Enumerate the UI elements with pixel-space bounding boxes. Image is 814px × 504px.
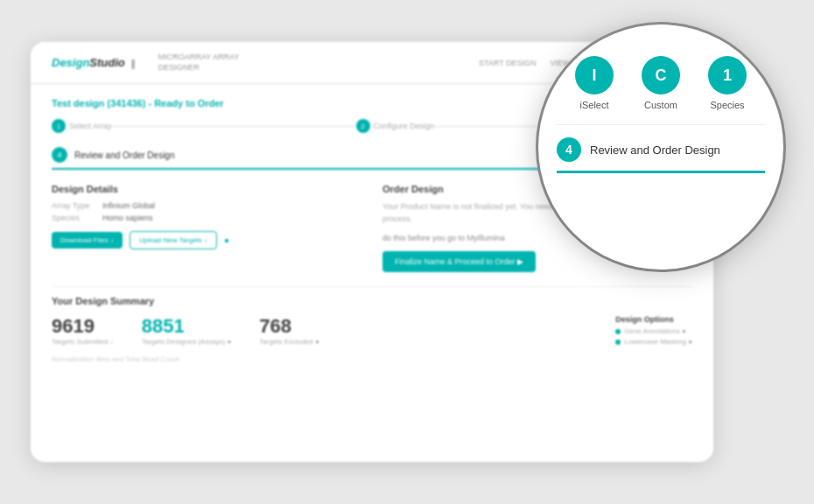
stat-submitted-label: Targets Submitted ↓ xyxy=(52,338,114,346)
stat-submitted: 9619 Targets Submitted ↓ xyxy=(52,315,114,346)
mag-step4-label: Review and Order Design xyxy=(590,144,720,157)
main-container: DesignStudio ▌ MICROARRAY ARRAY DESIGNER… xyxy=(31,24,783,480)
stat-submitted-number: 9619 xyxy=(52,315,114,338)
upload-targets-button[interactable]: Upload New Targets ↓ xyxy=(130,231,217,249)
array-type-label: Array Type xyxy=(52,201,95,210)
species-row: Species Homo sapiens xyxy=(52,214,361,222)
step4-number: 4 xyxy=(52,147,67,163)
magnifier-circle: I iSelect C Custom 1 Species 4 Review an… xyxy=(538,24,783,270)
step-1-circle: 1 xyxy=(52,119,66,133)
array-type-row: Array Type Infinium Global xyxy=(52,201,361,210)
btn-row: Download Files ↓ Upload New Targets ↓ ● xyxy=(52,231,361,249)
app-logo: DesignStudio ▌ xyxy=(52,56,137,69)
breadcrumb: MICROARRAY ARRAY DESIGNER xyxy=(158,52,240,73)
opt-dot-2 xyxy=(615,340,621,345)
summary-section: Your Design Summary 9619 Targets Submitt… xyxy=(52,286,692,363)
mag-step-iselect: I iSelect xyxy=(575,56,614,110)
mag-iselect-circle: I xyxy=(575,56,614,94)
summary-title: Your Design Summary xyxy=(52,296,692,306)
mag-step4-num: 4 xyxy=(557,137,581,162)
nav-start-design[interactable]: START DESIGN xyxy=(479,59,537,67)
mag-step-species: 1 Species xyxy=(708,56,747,110)
design-opt-1: Gene Annotations ● xyxy=(615,327,692,335)
step-2-label: Configure Design xyxy=(374,122,435,130)
mag-species-circle: 1 xyxy=(708,56,747,94)
finalize-button[interactable]: Finalize Name & Proceed to Order ▶ xyxy=(382,251,536,272)
stat-designed-number: 8851 xyxy=(142,315,232,338)
step4-label: Review and Order Design xyxy=(74,150,175,160)
normalization-text: Normalization Bins and Total Bead Count xyxy=(52,355,692,363)
stat-excluded-number: 768 xyxy=(259,315,319,338)
mag-step4-row: 4 Review and Order Design xyxy=(557,125,765,173)
stat-designed: 8851 Targets Designed (Assays) ● xyxy=(142,315,232,346)
array-type-value: Infinium Global xyxy=(102,201,155,210)
design-opt-1-text: Gene Annotations ● xyxy=(624,327,686,335)
mag-steps-row: I iSelect C Custom 1 Species xyxy=(538,24,783,124)
stat-excluded: 768 Targets Excluded ● xyxy=(259,315,319,346)
design-options-title: Design Options xyxy=(615,315,692,324)
mag-iselect-label: iSelect xyxy=(579,100,608,110)
step-1: 1 Select Array xyxy=(52,119,112,133)
download-files-button[interactable]: Download Files ↓ xyxy=(52,232,123,248)
design-details-title: Design Details xyxy=(52,184,361,194)
design-opt-2-text: Lowercase Masking ● xyxy=(624,338,692,346)
species-value: Homo sapiens xyxy=(102,214,153,222)
info-icon: ● xyxy=(224,235,229,245)
design-opt-2: Lowercase Masking ● xyxy=(615,338,692,346)
mag-custom-circle: C xyxy=(642,56,680,94)
mag-custom-label: Custom xyxy=(644,100,677,110)
species-label: Species xyxy=(52,214,95,222)
opt-dot-1 xyxy=(615,329,621,334)
step-2-circle: 2 xyxy=(356,119,370,133)
design-details: Design Details Array Type Infinium Globa… xyxy=(52,184,361,272)
step-line-1 xyxy=(112,126,356,127)
design-options: Design Options Gene Annotations ● Lowerc… xyxy=(615,315,692,348)
mag-species-label: Species xyxy=(710,100,744,110)
stat-designed-label: Targets Designed (Assays) ● xyxy=(142,338,232,346)
step-2: 2 Configure Design xyxy=(356,119,435,133)
mag-step-custom: C Custom xyxy=(642,56,680,110)
step-1-label: Select Array xyxy=(69,122,112,130)
summary-stats: 9619 Targets Submitted ↓ 8851 Targets De… xyxy=(52,315,692,348)
stat-excluded-label: Targets Excluded ● xyxy=(259,338,319,346)
